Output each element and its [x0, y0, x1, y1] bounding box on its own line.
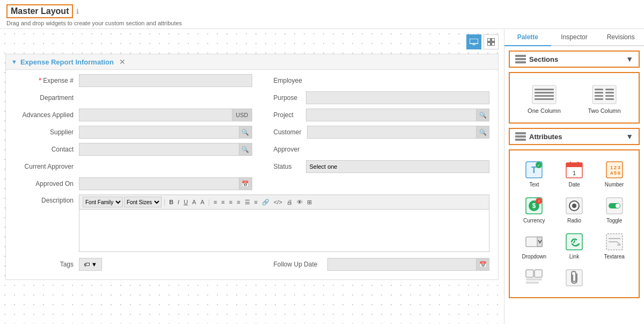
preview-button[interactable]: 👁 [295, 198, 304, 206]
customer-search-button[interactable]: 🔍 [477, 126, 489, 139]
attr-dropdown[interactable]: Dropdown [514, 227, 554, 263]
svg-text:1: 1 [610, 165, 613, 170]
supplier-input[interactable] [79, 126, 239, 139]
svg-text:!: ! [538, 199, 539, 204]
field-label-tags: Tags [14, 261, 79, 268]
list-button[interactable]: ☰ [243, 198, 252, 206]
code-button[interactable]: </> [272, 198, 284, 206]
followup-date-input[interactable] [327, 258, 477, 271]
underline-button[interactable]: U [182, 198, 189, 206]
grid-view-button[interactable] [484, 34, 499, 49]
monitor-icon [470, 39, 478, 45]
svg-rect-7 [515, 55, 526, 57]
attr-link[interactable]: Link [554, 227, 595, 263]
table-button[interactable]: ⊞ [305, 198, 313, 206]
project-search-button[interactable]: 🔍 [477, 109, 489, 121]
tab-palette[interactable]: Palette [504, 29, 551, 46]
attr-attach[interactable] [554, 263, 595, 293]
attr-radio[interactable]: Radio [554, 191, 595, 227]
attr-number[interactable]: 1 2 3 4 5 6 Number [594, 155, 634, 191]
project-input[interactable] [306, 109, 477, 121]
sections-header[interactable]: Sections ▼ [509, 51, 640, 68]
form-row-description: Description Font Family Font Sizes | B I… [14, 195, 489, 254]
two-column-option[interactable]: Two Column [574, 77, 634, 118]
align-justify-button[interactable]: ≡ [235, 198, 241, 206]
align-left-button[interactable]: ≡ [212, 198, 218, 206]
text-attr-icon: T ✓ [524, 160, 544, 179]
page-title: Master Layout [6, 4, 73, 18]
field-label-employee: Employee [252, 77, 308, 84]
align-right-button[interactable]: ≡ [228, 198, 234, 206]
sections-chevron: ▼ [626, 55, 633, 63]
field-label-current-approver: Current Approver [14, 163, 79, 170]
one-column-label: One Column [528, 107, 561, 114]
attr-textarea[interactable]: Textarea [594, 227, 634, 263]
ordered-list-button[interactable]: ≡ [253, 198, 259, 206]
contact-search-button[interactable]: 🔍 [239, 143, 252, 156]
attr-text[interactable]: T ✓ Text [514, 155, 554, 191]
field-label-followup: Follow Up Date [252, 261, 327, 268]
one-column-icon [531, 84, 558, 105]
form-col: Approver [252, 146, 490, 153]
sections-title: Sections [515, 55, 558, 63]
textarea-icon-svg [605, 233, 624, 251]
number-icon-svg: 1 2 3 4 5 6 [605, 161, 624, 179]
form-row: Contact 🔍 Approver [14, 143, 489, 156]
purpose-input[interactable] [306, 91, 490, 104]
approved-on-calendar-button[interactable]: 📅 [239, 177, 252, 190]
svg-rect-25 [515, 135, 526, 138]
customer-input[interactable] [307, 126, 477, 139]
font-color-button[interactable]: A [191, 198, 197, 206]
advances-input[interactable] [79, 109, 232, 121]
expense-input[interactable] [79, 74, 252, 87]
print-button[interactable]: 🖨 [285, 198, 294, 206]
approved-on-input[interactable] [79, 177, 239, 190]
currency-attr-icon: $ ! [524, 196, 544, 215]
svg-rect-9 [515, 61, 526, 63]
tab-inspector[interactable]: Inspector [551, 29, 598, 46]
italic-button[interactable]: I [176, 198, 181, 206]
supplier-search-button[interactable]: 🔍 [239, 126, 252, 139]
form-col: Status Select one [252, 160, 490, 173]
svg-rect-17 [605, 89, 614, 90]
link-button[interactable]: 🔗 [260, 198, 271, 206]
attr-date[interactable]: 1 Date [554, 155, 595, 191]
section-close-button[interactable]: ✕ [119, 57, 126, 66]
usd-addon: USD [232, 109, 252, 121]
field-label-dept: Department [14, 94, 79, 102]
sections-grid: One Column [509, 72, 640, 124]
svg-rect-13 [535, 95, 554, 97]
form-col: Purpose [252, 91, 490, 104]
highlight-button[interactable]: A [199, 198, 206, 206]
desktop-view-button[interactable] [466, 34, 481, 49]
section-toggle[interactable]: ▼ [11, 59, 17, 65]
attr-image-text[interactable] [514, 263, 554, 293]
followup-calendar-button[interactable]: 📅 [477, 258, 489, 271]
form-grid: Expense # Employee Department P [6, 70, 498, 279]
attributes-header[interactable]: Attributes ▼ [509, 128, 640, 145]
info-icon[interactable]: ℹ [76, 8, 79, 16]
form-col: Employee [252, 77, 490, 84]
attr-currency[interactable]: $ ! Currency [514, 191, 554, 227]
description-textarea[interactable] [79, 209, 489, 252]
form-col: Contact 🔍 [14, 143, 252, 156]
one-column-option[interactable]: One Column [514, 77, 574, 118]
tags-button[interactable]: 🏷 ▼ [79, 258, 102, 271]
font-family-select[interactable]: Font Family [83, 197, 123, 207]
align-center-button[interactable]: ≡ [219, 198, 226, 206]
status-select[interactable]: Select one [306, 160, 490, 173]
field-label-customer: Customer [252, 128, 307, 136]
tab-revisions[interactable]: Revisions [597, 29, 644, 46]
currency-icon-svg: $ ! [525, 197, 543, 215]
contact-input[interactable] [79, 143, 239, 156]
svg-rect-65 [526, 278, 542, 280]
field-label-supplier: Supplier [14, 128, 79, 136]
font-size-select[interactable]: Font Sizes [124, 197, 162, 207]
attr-toggle[interactable]: Toggle [594, 191, 634, 227]
radio-icon-svg [565, 197, 583, 215]
bold-button[interactable]: B [167, 198, 175, 206]
currency-attr-label: Currency [523, 218, 545, 224]
tag-icon: 🏷 [84, 261, 90, 268]
svg-rect-14 [535, 98, 554, 100]
attributes-icon [515, 132, 526, 141]
